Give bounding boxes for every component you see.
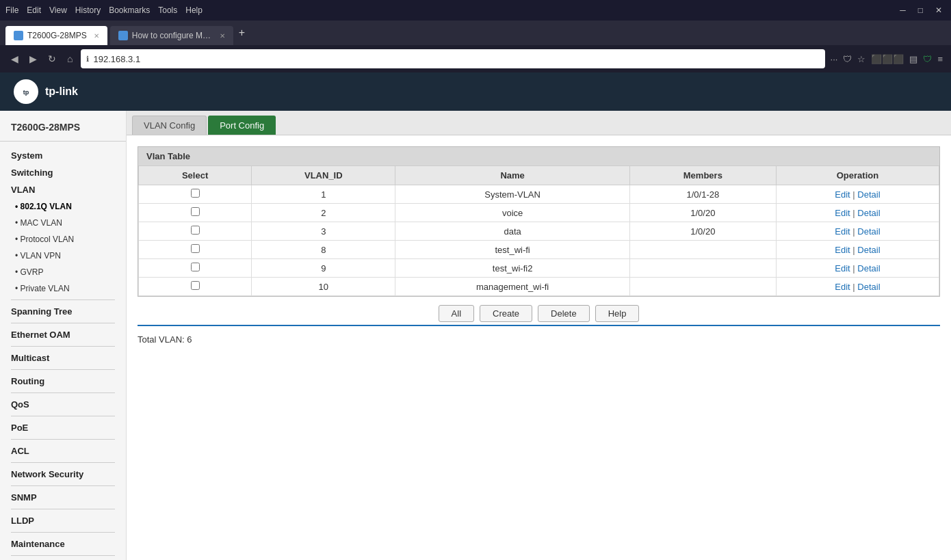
sidebar-item-system[interactable]: System xyxy=(0,147,126,164)
create-button[interactable]: Create xyxy=(480,305,532,322)
app-header: tp tp-link xyxy=(0,72,951,111)
content-tab-port-config[interactable]: Port Config xyxy=(208,116,276,135)
sidebar-item-networksecurity[interactable]: Network Security xyxy=(0,466,126,483)
sidebar-item-acl[interactable]: ACL xyxy=(0,442,126,459)
sidebar-item-protocolvlan[interactable]: • Protocol VLAN xyxy=(0,231,126,248)
more-button[interactable]: ··· xyxy=(831,54,838,64)
vlan-operation-10: Edit | Detail xyxy=(776,278,939,296)
refresh-button[interactable]: ↻ xyxy=(45,51,59,67)
sidebar-item-vlanvpn[interactable]: • VLAN VPN xyxy=(0,248,126,264)
total-vlan-text: Total VLAN: 6 xyxy=(138,334,940,345)
row-checkbox-2[interactable] xyxy=(139,204,252,222)
browser-tab-tab2[interactable]: How to configure Multiple SSID ✕ xyxy=(110,26,233,45)
row-checkbox-1[interactable] xyxy=(139,185,252,204)
checkbox-2[interactable] xyxy=(191,207,200,216)
sidebar-item-qos[interactable]: QoS xyxy=(0,396,126,413)
sidebar-item-snmp[interactable]: SNMP xyxy=(0,489,126,506)
detail-link-1[interactable]: Detail xyxy=(857,189,880,200)
sidebar-item-maintenance[interactable]: Maintenance xyxy=(0,535,126,552)
sidebar-item-lldp[interactable]: LLDP xyxy=(0,512,126,529)
extension-button[interactable]: 🛡 xyxy=(923,54,932,64)
svg-text:tp: tp xyxy=(23,89,29,96)
menu-item-bookmarks[interactable]: Bookmarks xyxy=(109,5,150,15)
row-checkbox-9[interactable] xyxy=(139,259,252,278)
sidebar-item-multicast[interactable]: Multicast xyxy=(0,349,126,366)
address-box[interactable]: ℹ 192.168.3.1 xyxy=(81,49,824,68)
menu-item-edit[interactable]: Edit xyxy=(27,5,41,15)
menu-item-tools[interactable]: Tools xyxy=(158,5,177,15)
checkbox-9[interactable] xyxy=(191,263,200,271)
checkbox-1[interactable] xyxy=(191,189,200,198)
vlan-name-2: voice xyxy=(395,204,629,222)
close-button[interactable]: ✕ xyxy=(932,4,946,16)
nav-divider-17 xyxy=(11,485,115,486)
detail-link-10[interactable]: Detail xyxy=(857,282,880,292)
sidebar-toggle[interactable]: ▤ xyxy=(909,54,917,64)
vlan-operation-1: Edit | Detail xyxy=(776,185,939,204)
checkbox-3[interactable] xyxy=(191,226,200,235)
sidebar-item-vlan[interactable]: VLAN xyxy=(0,181,126,198)
all-button[interactable]: All xyxy=(439,305,474,322)
delete-button[interactable]: Delete xyxy=(538,305,590,322)
forward-button[interactable]: ▶ xyxy=(27,51,40,67)
edit-link-2[interactable]: Edit xyxy=(835,208,850,218)
checkbox-10[interactable] xyxy=(191,281,200,290)
sidebar-item-poe[interactable]: PoE xyxy=(0,419,126,436)
menu-item-history[interactable]: History xyxy=(75,5,101,15)
sidebar-item-ethernetoam[interactable]: Ethernet OAM xyxy=(0,326,126,343)
hamburger-menu[interactable]: ≡ xyxy=(937,54,943,64)
sidebar-item-gvrp[interactable]: • GVRP xyxy=(0,264,126,280)
home-button[interactable]: ⌂ xyxy=(64,51,75,67)
edit-link-9[interactable]: Edit xyxy=(835,263,850,274)
vlan-members-10 xyxy=(629,278,776,296)
edit-link-3[interactable]: Edit xyxy=(835,226,850,237)
detail-link-9[interactable]: Detail xyxy=(857,263,880,274)
back-button[interactable]: ◀ xyxy=(8,51,21,67)
tab-close-tab1[interactable]: ✕ xyxy=(94,32,99,40)
help-button[interactable]: Help xyxy=(595,305,640,322)
sidebar-item-802.1qvlan[interactable]: • 802.1Q VLAN xyxy=(0,198,126,215)
library-button[interactable]: ⬛⬛⬛ xyxy=(871,54,904,64)
minimize-button[interactable]: ─ xyxy=(896,4,909,16)
sidebar-item-macvlan[interactable]: • MAC VLAN xyxy=(0,215,126,231)
browser-tab-tab1[interactable]: T2600G-28MPS ✕ xyxy=(5,26,107,45)
sidebar-item-spanningtree[interactable]: Spanning Tree xyxy=(0,303,126,320)
nav-divider-9 xyxy=(11,299,115,300)
table-row: 3data1/0/20Edit | Detail xyxy=(139,222,939,241)
vlan-id-2: 2 xyxy=(252,204,395,222)
vlan-name-8: test_wi-fi xyxy=(395,241,629,259)
table-row: 10management_wi-fiEdit | Detail xyxy=(139,278,939,296)
maximize-button[interactable]: □ xyxy=(915,4,926,16)
detail-link-2[interactable]: Detail xyxy=(857,208,880,218)
vlan-id-10: 10 xyxy=(252,278,395,296)
sidebar-item-privatevlan[interactable]: • Private VLAN xyxy=(0,280,126,297)
row-checkbox-10[interactable] xyxy=(139,278,252,296)
browser-addressbar: ◀ ▶ ↻ ⌂ ℹ 192.168.3.1 ··· 🛡 ☆ ⬛⬛⬛ ▤ 🛡 ≡ xyxy=(0,45,951,72)
edit-link-8[interactable]: Edit xyxy=(835,245,850,255)
nav-divider-15 xyxy=(11,439,115,440)
detail-link-8[interactable]: Detail xyxy=(857,245,880,255)
vlan-operation-3: Edit | Detail xyxy=(776,222,939,241)
menu-item-file[interactable]: File xyxy=(5,5,18,15)
sidebar-item-routing[interactable]: Routing xyxy=(0,373,126,390)
menu-item-view[interactable]: View xyxy=(49,5,67,15)
edit-link-10[interactable]: Edit xyxy=(835,282,850,292)
detail-link-3[interactable]: Detail xyxy=(857,226,880,237)
bookmark-button[interactable]: ☆ xyxy=(857,54,865,64)
vlan-table-title: Vlan Table xyxy=(138,147,939,165)
menu-item-help[interactable]: Help xyxy=(185,5,203,15)
op-separator-10: | xyxy=(850,282,858,292)
content-tab-vlan-config[interactable]: VLAN Config xyxy=(132,116,207,135)
new-tab-button[interactable]: + xyxy=(233,27,250,39)
sidebar-item-switching[interactable]: Switching xyxy=(0,164,126,181)
vlan-table-container: Vlan Table SelectVLAN_IDNameMembersOpera… xyxy=(138,146,940,297)
checkbox-8[interactable] xyxy=(191,244,200,253)
pocket-button[interactable]: 🛡 xyxy=(843,54,852,64)
browser-menu: // render menu inline after DOM is built… xyxy=(5,5,203,15)
nav-divider-20 xyxy=(11,555,115,556)
row-checkbox-8[interactable] xyxy=(139,241,252,259)
tab-close-tab2[interactable]: ✕ xyxy=(220,32,225,40)
edit-link-1[interactable]: Edit xyxy=(835,189,850,200)
vlan-name-9: test_wi-fi2 xyxy=(395,259,629,278)
row-checkbox-3[interactable] xyxy=(139,222,252,241)
